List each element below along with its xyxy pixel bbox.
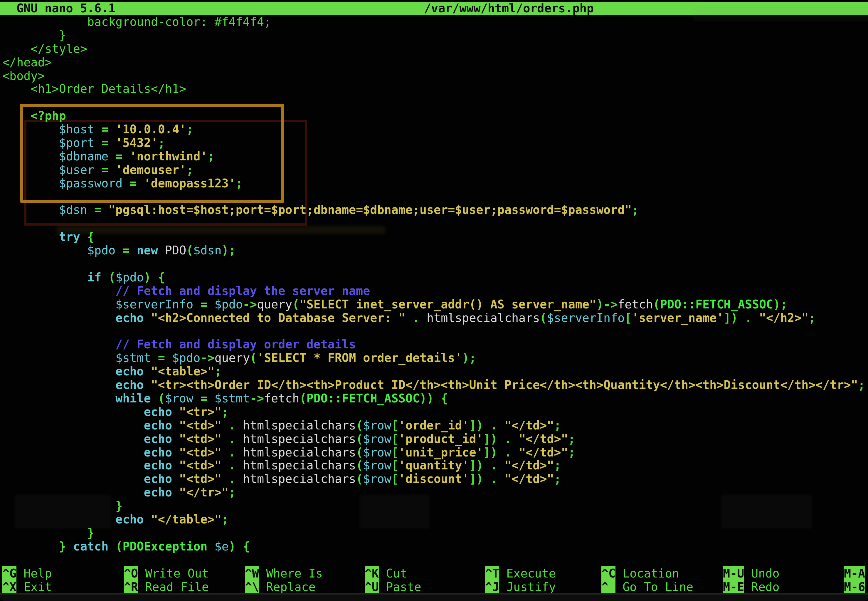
code-line-23[interactable]: echo "<h2>Connected to Database Server: …	[2, 311, 868, 325]
shortcut-item: ^R Read File	[124, 580, 209, 594]
shortcut-label: Write Out	[138, 566, 209, 580]
code-line-40[interactable]: } catch (PDOException $e) {	[2, 540, 868, 553]
shortcut-item: M-A	[844, 567, 865, 580]
code-line-13[interactable]: $password = 'demopass123';	[2, 177, 868, 190]
shortcut-key: M-A	[844, 566, 865, 580]
shortcut-key: M-U	[723, 566, 744, 580]
window-bottom-edge	[0, 593, 868, 601]
shortcut-label: Help	[17, 566, 52, 580]
code-line-24[interactable]	[2, 325, 868, 338]
code-line-35[interactable]: echo "<td>" . htmlspecialchars($row['dis…	[2, 473, 868, 486]
app-version: GNU nano 5.6.1	[17, 2, 116, 15]
shortcut-column-4: ^K Cut^U Paste	[365, 567, 421, 594]
shortcut-item: M-E Redo	[723, 580, 780, 594]
shortcut-item: ^\ Replace	[245, 580, 323, 594]
code-line-12[interactable]: $user = 'demouser';	[2, 163, 868, 177]
code-line-6[interactable]: <h1>Order Details</h1>	[2, 82, 868, 96]
shortcut-label: Justify	[499, 580, 556, 594]
shortcut-item: ^K Cut	[365, 567, 421, 580]
code-line-38[interactable]: echo "</table>";	[2, 513, 868, 526]
code-line-27[interactable]: echo "<table>";	[2, 365, 868, 378]
shortcut-item: M-U Undo	[723, 567, 780, 580]
shortcut-key: ^K	[365, 566, 379, 580]
shortcut-key: ^_	[602, 580, 615, 594]
code-line-14[interactable]	[2, 190, 868, 204]
code-line-11[interactable]: $dbname = 'northwind';	[2, 150, 868, 163]
code-line-20[interactable]: if ($pdo) {	[2, 271, 868, 284]
code-line-30[interactable]: echo "<tr>";	[2, 405, 868, 419]
code-line-19[interactable]	[2, 257, 868, 271]
shortcut-key: ^O	[124, 566, 138, 580]
shortcut-label: Cut	[379, 566, 407, 580]
shortcut-key: ^X	[2, 580, 17, 594]
code-line-17[interactable]: try {	[2, 230, 868, 244]
shortcut-label: Exit	[17, 580, 52, 594]
code-line-36[interactable]: echo "</tr>";	[2, 486, 868, 499]
shortcut-item: ^O Write Out	[124, 567, 209, 580]
shortcut-key: ^U	[365, 580, 379, 594]
shortcut-label: Go To Line	[615, 580, 693, 594]
shortcut-key: ^T	[485, 566, 499, 580]
shortcut-column-6: ^C Location^_ Go To Line	[602, 567, 693, 594]
shortcut-label: Paste	[379, 580, 421, 594]
shortcut-label: Redo	[744, 580, 779, 594]
shortcut-key: M-6	[844, 580, 865, 594]
code-line-28[interactable]: echo "<tr><th>Order ID</th><th>Product I…	[2, 378, 868, 392]
shortcut-key: ^\	[245, 580, 259, 594]
code-line-22[interactable]: $serverInfo = $pdo->query("SELECT inet_s…	[2, 297, 868, 311]
code-line-34[interactable]: echo "<td>" . htmlspecialchars($row['qua…	[2, 459, 868, 473]
nano-editor-window: GNU nano 5.6.1 /var/www/html/orders.php …	[0, 0, 868, 601]
shortcut-column-3: ^W Where Is^\ Replace	[245, 567, 323, 594]
shortcut-item: ^T Execute	[485, 567, 556, 580]
code-line-15[interactable]: $dsn = "pgsql:host=$host;port=$port;dbna…	[2, 204, 868, 217]
shortcut-bar: ^G Help^X Exit^O Write Out^R Read File^W…	[2, 567, 868, 594]
code-line-31[interactable]: echo "<td>" . htmlspecialchars($row['ord…	[2, 419, 868, 432]
code-line-39[interactable]: }	[2, 526, 868, 540]
shortcut-key: M-E	[723, 580, 744, 594]
shortcut-label: Read File	[138, 580, 209, 594]
shortcut-item: ^_ Go To Line	[602, 580, 693, 594]
code-line-32[interactable]: echo "<td>" . htmlspecialchars($row['pro…	[2, 432, 868, 445]
code-line-25[interactable]: // Fetch and display order details	[2, 338, 868, 352]
code-line-3[interactable]: </style>	[2, 42, 868, 56]
shortcut-item: ^U Paste	[365, 580, 421, 594]
shortcut-key: ^C	[602, 566, 615, 580]
shortcut-column-8: M-AM-6	[844, 567, 865, 594]
shortcut-item: ^J Justify	[485, 580, 556, 594]
code-line-10[interactable]: $port = '5432';	[2, 136, 868, 150]
shortcut-item: M-6	[844, 580, 865, 594]
shortcut-key: ^W	[245, 566, 259, 580]
shortcut-key: ^J	[485, 580, 499, 594]
shortcut-label: Where Is	[259, 566, 323, 580]
shortcut-item: ^W Where Is	[245, 567, 323, 580]
shortcut-item: ^X Exit	[2, 580, 52, 594]
code-line-5[interactable]: <body>	[2, 69, 868, 82]
code-line-37[interactable]: }	[2, 499, 868, 513]
code-line-33[interactable]: echo "<td>" . htmlspecialchars($row['uni…	[2, 445, 868, 459]
code-line-4[interactable]: </head>	[2, 55, 868, 69]
shortcut-column-5: ^T Execute^J Justify	[485, 567, 556, 594]
code-line-7[interactable]	[2, 96, 868, 110]
code-line-16[interactable]	[2, 217, 868, 230]
code-line-18[interactable]: $pdo = new PDO($dsn);	[2, 244, 868, 257]
shortcut-key: ^R	[124, 580, 138, 594]
shortcut-item: ^C Location	[602, 567, 693, 580]
code-line-21[interactable]: // Fetch and display the server name	[2, 284, 868, 298]
shortcut-item: ^G Help	[2, 567, 52, 580]
shortcut-label: Location	[615, 566, 679, 580]
shortcut-column-1: ^G Help^X Exit	[2, 567, 52, 594]
shortcut-column-7: M-U UndoM-E Redo	[723, 567, 780, 594]
code-editor-area[interactable]: background-color: #f4f4f4; } </style></h…	[2, 15, 868, 553]
shortcut-key: ^G	[2, 566, 17, 580]
code-line-8[interactable]: <?php	[2, 109, 868, 123]
shortcut-label: Execute	[499, 566, 556, 580]
code-line-29[interactable]: while ($row = $stmt->fetch(PDO::FETCH_AS…	[2, 392, 868, 405]
code-line-26[interactable]: $stmt = $pdo->query('SELECT * FROM order…	[2, 352, 868, 365]
file-path: /var/www/html/orders.php	[424, 2, 594, 15]
shortcut-column-2: ^O Write Out^R Read File	[124, 567, 209, 594]
code-line-1[interactable]: background-color: #f4f4f4;	[2, 15, 868, 29]
code-line-2[interactable]: }	[2, 29, 868, 42]
shortcut-label: Replace	[259, 580, 316, 594]
shortcut-label: Undo	[744, 566, 779, 580]
code-line-9[interactable]: $host = '10.0.0.4';	[2, 123, 868, 136]
